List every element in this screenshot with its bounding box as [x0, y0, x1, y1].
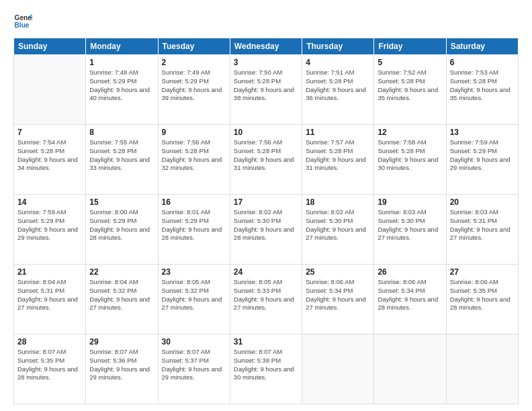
- logo-icon: General Blue: [13, 12, 32, 31]
- day-number: 25: [306, 267, 370, 277]
- calendar-cell: 4 Sunrise: 7:51 AM Sunset: 5:28 PM Dayli…: [302, 55, 374, 125]
- day-info: Sunrise: 8:06 AM Sunset: 5:35 PM Dayligh…: [450, 278, 515, 312]
- weekday-header-sunday: Sunday: [14, 38, 86, 55]
- day-info: Sunrise: 7:50 AM Sunset: 5:28 PM Dayligh…: [234, 68, 298, 103]
- calendar-cell: 17 Sunrise: 8:02 AM Sunset: 5:30 PM Dayl…: [230, 195, 302, 265]
- day-info: Sunrise: 8:02 AM Sunset: 5:30 PM Dayligh…: [234, 208, 298, 242]
- day-info: Sunrise: 7:55 AM Sunset: 5:28 PM Dayligh…: [89, 138, 154, 173]
- day-info: Sunrise: 8:01 AM Sunset: 5:29 PM Dayligh…: [162, 208, 226, 242]
- calendar-cell: 27 Sunrise: 8:06 AM Sunset: 5:35 PM Dayl…: [446, 265, 518, 334]
- calendar-cell: 19 Sunrise: 8:03 AM Sunset: 5:30 PM Dayl…: [374, 195, 446, 265]
- calendar-cell: 25 Sunrise: 8:06 AM Sunset: 5:34 PM Dayl…: [302, 265, 374, 334]
- calendar-cell: 23 Sunrise: 8:05 AM Sunset: 5:32 PM Dayl…: [158, 265, 230, 334]
- weekday-header-row: SundayMondayTuesdayWednesdayThursdayFrid…: [14, 38, 519, 55]
- calendar-cell: 8 Sunrise: 7:55 AM Sunset: 5:28 PM Dayli…: [86, 125, 158, 195]
- day-number: 31: [234, 337, 298, 347]
- day-info: Sunrise: 7:59 AM Sunset: 5:29 PM Dayligh…: [450, 138, 515, 173]
- day-info: Sunrise: 7:56 AM Sunset: 5:28 PM Dayligh…: [162, 138, 226, 173]
- day-info: Sunrise: 8:04 AM Sunset: 5:31 PM Dayligh…: [17, 278, 82, 312]
- day-info: Sunrise: 7:58 AM Sunset: 5:28 PM Dayligh…: [378, 138, 442, 173]
- day-info: Sunrise: 8:02 AM Sunset: 5:30 PM Dayligh…: [306, 208, 370, 242]
- day-number: 18: [306, 197, 370, 207]
- svg-text:Blue: Blue: [15, 21, 30, 29]
- calendar-cell: [446, 334, 518, 404]
- calendar-cell: 6 Sunrise: 7:53 AM Sunset: 5:28 PM Dayli…: [446, 55, 518, 125]
- day-number: 24: [234, 267, 298, 277]
- day-number: 7: [17, 128, 82, 137]
- day-number: 21: [17, 267, 82, 277]
- day-number: 12: [378, 128, 442, 137]
- day-info: Sunrise: 8:03 AM Sunset: 5:30 PM Dayligh…: [378, 208, 442, 242]
- day-info: Sunrise: 7:54 AM Sunset: 5:28 PM Dayligh…: [17, 138, 82, 173]
- calendar-week-row: 7 Sunrise: 7:54 AM Sunset: 5:28 PM Dayli…: [14, 125, 519, 195]
- calendar-cell: 5 Sunrise: 7:52 AM Sunset: 5:28 PM Dayli…: [374, 55, 446, 125]
- day-info: Sunrise: 8:07 AM Sunset: 5:37 PM Dayligh…: [162, 348, 226, 382]
- day-number: 23: [162, 267, 226, 277]
- logo: General Blue: [13, 12, 32, 31]
- calendar-cell: 21 Sunrise: 8:04 AM Sunset: 5:31 PM Dayl…: [14, 265, 86, 334]
- calendar-cell: 18 Sunrise: 8:02 AM Sunset: 5:30 PM Dayl…: [302, 195, 374, 265]
- calendar-cell: 13 Sunrise: 7:59 AM Sunset: 5:29 PM Dayl…: [446, 125, 518, 195]
- calendar-week-row: 28 Sunrise: 8:07 AM Sunset: 5:35 PM Dayl…: [14, 334, 519, 404]
- day-info: Sunrise: 8:06 AM Sunset: 5:34 PM Dayligh…: [378, 278, 442, 312]
- calendar-cell: 26 Sunrise: 8:06 AM Sunset: 5:34 PM Dayl…: [374, 265, 446, 334]
- day-info: Sunrise: 8:03 AM Sunset: 5:31 PM Dayligh…: [450, 208, 515, 242]
- calendar-cell: 11 Sunrise: 7:57 AM Sunset: 5:28 PM Dayl…: [302, 125, 374, 195]
- calendar-cell: 28 Sunrise: 8:07 AM Sunset: 5:35 PM Dayl…: [14, 334, 86, 404]
- calendar-week-row: 21 Sunrise: 8:04 AM Sunset: 5:31 PM Dayl…: [14, 265, 519, 334]
- day-info: Sunrise: 7:52 AM Sunset: 5:28 PM Dayligh…: [378, 68, 442, 103]
- day-info: Sunrise: 7:49 AM Sunset: 5:29 PM Dayligh…: [162, 68, 226, 103]
- calendar-cell: 14 Sunrise: 7:59 AM Sunset: 5:29 PM Dayl…: [14, 195, 86, 265]
- weekday-header-saturday: Saturday: [446, 38, 518, 55]
- day-number: 20: [450, 197, 515, 207]
- weekday-header-tuesday: Tuesday: [158, 38, 230, 55]
- day-number: 1: [89, 58, 154, 67]
- calendar-cell: 16 Sunrise: 8:01 AM Sunset: 5:29 PM Dayl…: [158, 195, 230, 265]
- calendar-cell: [302, 334, 374, 404]
- calendar-cell: 9 Sunrise: 7:56 AM Sunset: 5:28 PM Dayli…: [158, 125, 230, 195]
- calendar-cell: 7 Sunrise: 7:54 AM Sunset: 5:28 PM Dayli…: [14, 125, 86, 195]
- day-number: 3: [234, 58, 298, 67]
- weekday-header-friday: Friday: [374, 38, 446, 55]
- day-info: Sunrise: 7:51 AM Sunset: 5:28 PM Dayligh…: [306, 68, 370, 103]
- weekday-header-wednesday: Wednesday: [230, 38, 302, 55]
- day-info: Sunrise: 7:56 AM Sunset: 5:28 PM Dayligh…: [234, 138, 298, 173]
- day-number: 16: [162, 197, 226, 207]
- day-number: 4: [306, 58, 370, 67]
- calendar-cell: [374, 334, 446, 404]
- day-info: Sunrise: 7:57 AM Sunset: 5:28 PM Dayligh…: [306, 138, 370, 173]
- day-number: 28: [17, 337, 82, 347]
- calendar-cell: 24 Sunrise: 8:05 AM Sunset: 5:33 PM Dayl…: [230, 265, 302, 334]
- day-number: 9: [162, 128, 226, 137]
- calendar-cell: 10 Sunrise: 7:56 AM Sunset: 5:28 PM Dayl…: [230, 125, 302, 195]
- day-info: Sunrise: 8:07 AM Sunset: 5:36 PM Dayligh…: [89, 348, 154, 382]
- day-info: Sunrise: 8:07 AM Sunset: 5:35 PM Dayligh…: [17, 348, 82, 382]
- page-header: General Blue: [13, 12, 519, 31]
- day-number: 2: [162, 58, 226, 67]
- calendar-cell: 3 Sunrise: 7:50 AM Sunset: 5:28 PM Dayli…: [230, 55, 302, 125]
- day-number: 30: [162, 337, 226, 347]
- day-number: 27: [450, 267, 515, 277]
- day-number: 17: [234, 197, 298, 207]
- calendar-cell: 30 Sunrise: 8:07 AM Sunset: 5:37 PM Dayl…: [158, 334, 230, 404]
- calendar-cell: [14, 55, 86, 125]
- day-number: 15: [89, 197, 154, 207]
- day-info: Sunrise: 8:06 AM Sunset: 5:34 PM Dayligh…: [306, 278, 370, 312]
- day-info: Sunrise: 8:07 AM Sunset: 5:38 PM Dayligh…: [234, 348, 298, 382]
- calendar-week-row: 14 Sunrise: 7:59 AM Sunset: 5:29 PM Dayl…: [14, 195, 519, 265]
- calendar-cell: 31 Sunrise: 8:07 AM Sunset: 5:38 PM Dayl…: [230, 334, 302, 404]
- calendar-cell: 1 Sunrise: 7:48 AM Sunset: 5:29 PM Dayli…: [86, 55, 158, 125]
- day-info: Sunrise: 8:00 AM Sunset: 5:29 PM Dayligh…: [89, 208, 154, 242]
- day-info: Sunrise: 7:53 AM Sunset: 5:28 PM Dayligh…: [450, 68, 515, 103]
- day-info: Sunrise: 7:59 AM Sunset: 5:29 PM Dayligh…: [17, 208, 82, 242]
- day-number: 13: [450, 128, 515, 137]
- day-number: 26: [378, 267, 442, 277]
- calendar-page: General Blue SundayMondayTuesdayWednesda…: [0, 0, 532, 411]
- day-number: 10: [234, 128, 298, 137]
- calendar-cell: 15 Sunrise: 8:00 AM Sunset: 5:29 PM Dayl…: [86, 195, 158, 265]
- weekday-header-thursday: Thursday: [302, 38, 374, 55]
- day-info: Sunrise: 8:04 AM Sunset: 5:32 PM Dayligh…: [89, 278, 154, 312]
- calendar-cell: 12 Sunrise: 7:58 AM Sunset: 5:28 PM Dayl…: [374, 125, 446, 195]
- calendar-table: SundayMondayTuesdayWednesdayThursdayFrid…: [13, 38, 519, 404]
- day-number: 22: [89, 267, 154, 277]
